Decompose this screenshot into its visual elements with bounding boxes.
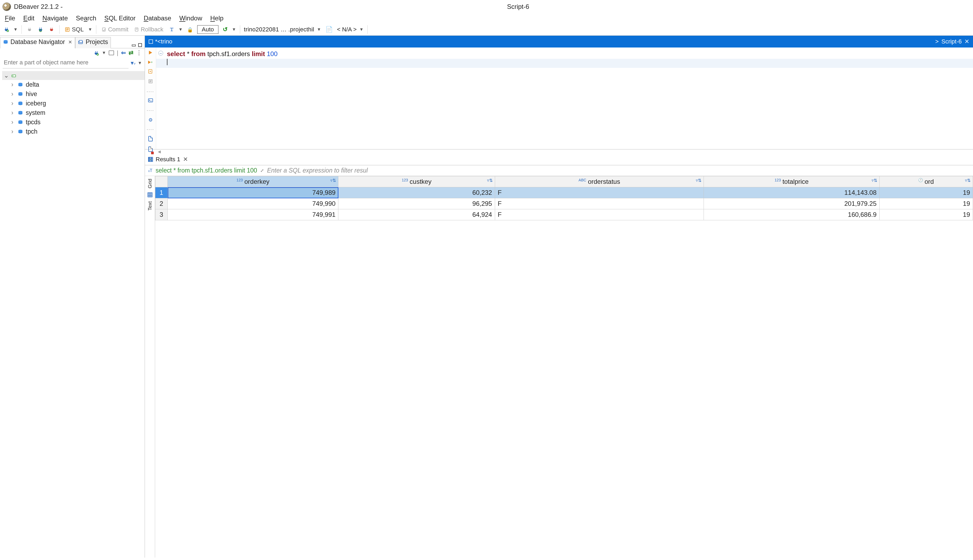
menu-window[interactable]: Window (179, 15, 202, 22)
chevron-right-icon[interactable]: › (11, 128, 15, 135)
nav-box-button[interactable] (109, 50, 114, 55)
tx-history-button[interactable] (221, 25, 229, 33)
menu-sql-editor[interactable]: SQL Editor (104, 15, 136, 22)
view-menu-button[interactable]: ⋮ (136, 49, 142, 57)
tree-item-hive[interactable]: ›hive (10, 89, 145, 99)
cell-ord[interactable]: 19 (879, 209, 973, 220)
reconnect-button[interactable] (36, 26, 45, 33)
editor-settings-button[interactable] (148, 117, 153, 123)
rownum-header[interactable] (155, 176, 168, 187)
cell-ord[interactable]: 19 (879, 198, 973, 209)
results-grid[interactable]: 123orderkey▿⇅123custkey▿⇅ABCorderstatus▿… (155, 176, 973, 558)
menu-database[interactable]: Database (143, 15, 171, 22)
editor-tab-script[interactable]: > Script-6 ✕ (931, 36, 973, 47)
filter-dd[interactable]: ▼ (138, 61, 142, 65)
new-script-button[interactable] (148, 136, 153, 143)
fold-toggle-icon[interactable]: – (158, 51, 163, 55)
tree-item-tpch[interactable]: ›tpch (10, 127, 145, 136)
tree-item-system[interactable]: ›system (10, 108, 145, 118)
cell-ord[interactable]: 19 (879, 187, 973, 198)
table-row[interactable]: 3749,99164,924F160,686.919 (155, 209, 973, 220)
sql-dd[interactable]: ▼ (88, 27, 92, 32)
execute-sql-script-button[interactable] (148, 98, 153, 104)
menu-help[interactable]: Help (210, 15, 223, 22)
navigator-filter-input[interactable] (3, 57, 128, 68)
funnel-icon[interactable]: ▾▿ (131, 60, 135, 67)
tree-item-tpcds[interactable]: ›tpcds (10, 118, 145, 127)
chevron-right-icon[interactable]: › (11, 118, 15, 126)
lock-button[interactable] (185, 25, 195, 33)
chevron-down-icon[interactable]: ⌄ (4, 72, 8, 79)
rownum-cell[interactable]: 1 (155, 187, 168, 198)
rollback-button[interactable]: Rollback (133, 25, 165, 33)
cell-orderkey[interactable]: 749,990 (168, 198, 338, 209)
cell-orderkey[interactable]: 749,989 (168, 187, 338, 198)
new-connection-dd[interactable]: ▼ (13, 27, 18, 32)
chevron-right-icon[interactable]: › (11, 109, 15, 117)
commit-button[interactable]: Commit (100, 25, 130, 33)
autocommit-field[interactable]: Auto (197, 25, 218, 34)
collapse-all-button[interactable]: ⇐ (121, 49, 126, 57)
view-grid-tab[interactable]: Grid (147, 177, 153, 190)
new-connection-small-dd[interactable]: ▼ (102, 50, 106, 55)
schema-icon-button[interactable] (324, 25, 334, 33)
cell-custkey[interactable]: 96,295 (338, 198, 495, 209)
tx-mode-button[interactable] (168, 27, 176, 32)
column-header-orderstatus[interactable]: ABCorderstatus▿⇅ (495, 176, 704, 187)
execute-statement-button[interactable] (149, 50, 152, 56)
cell-orderstatus[interactable]: F (495, 187, 704, 198)
execute-in-new-tab-button[interactable] (148, 69, 153, 75)
column-header-custkey[interactable]: 123custkey▿⇅ (338, 176, 495, 187)
sort-icon[interactable]: ▿⇅ (487, 178, 493, 183)
tree-item-delta[interactable]: ›delta (10, 80, 145, 89)
connect-button[interactable] (25, 27, 33, 32)
menu-file[interactable]: File (5, 15, 15, 22)
rownum-cell[interactable]: 3 (155, 209, 168, 220)
cell-orderkey[interactable]: 749,991 (168, 209, 338, 220)
sql-editor[interactable]: – select * from tpch.sf1.orders limit 10… (156, 47, 973, 149)
active-connection-selector[interactable]: trino2022081 … .projecthil (244, 26, 314, 33)
execute-script-button[interactable]: + (148, 60, 153, 65)
column-header-ord[interactable]: 🕑ord▿⇅ (879, 176, 973, 187)
link-editor-button[interactable]: ⇄ (128, 49, 133, 57)
new-connection-small-button[interactable] (94, 49, 99, 57)
tab-database-navigator[interactable]: Database Navigator ✕ (0, 37, 75, 48)
cell-totalprice[interactable]: 114,143.08 (704, 187, 879, 198)
disconnect-button[interactable] (47, 27, 55, 32)
menu-search[interactable]: Search (76, 15, 96, 22)
script-error-button[interactable] (148, 147, 153, 153)
sort-icon[interactable]: ▿⇅ (696, 178, 701, 183)
sort-icon[interactable]: ▿⇅ (965, 178, 971, 183)
active-connection-dd[interactable]: ▼ (317, 27, 321, 32)
maximize-view-button[interactable] (138, 43, 142, 47)
cell-totalprice[interactable]: 201,979.25 (704, 198, 879, 209)
editor-tab-context[interactable]: *<trino (145, 36, 176, 47)
cell-orderstatus[interactable]: F (495, 209, 704, 220)
tab-projects[interactable]: Projects (75, 37, 111, 48)
close-icon[interactable]: ✕ (68, 39, 72, 45)
table-row[interactable]: 2749,99096,295F201,979.2519 (155, 198, 973, 209)
column-header-orderkey[interactable]: 123orderkey▿⇅ (168, 176, 338, 187)
view-text-tab[interactable]: Text (147, 199, 153, 213)
tx-mode-dd[interactable]: ▼ (178, 27, 183, 32)
chevron-right-icon[interactable]: › (11, 90, 15, 98)
expand-icon[interactable]: ⤢ (260, 168, 264, 173)
cell-custkey[interactable]: 64,924 (338, 209, 495, 220)
results-filter-input[interactable]: Enter a SQL expression to filter resul (267, 167, 368, 174)
sort-icon[interactable]: ▿⇅ (330, 178, 336, 183)
minimize-view-button[interactable]: ▭ (132, 42, 135, 48)
new-connection-button[interactable] (2, 26, 11, 33)
menu-edit[interactable]: Edit (23, 15, 34, 22)
tree-root-connection[interactable]: ⌄ (2, 71, 145, 80)
view-grid-icon-button[interactable] (146, 191, 154, 198)
cell-custkey[interactable]: 60,232 (338, 187, 495, 198)
active-schema-dd[interactable]: ▼ (359, 27, 363, 32)
tx-history-dd[interactable]: ▼ (232, 27, 236, 32)
chevron-right-icon[interactable]: › (11, 81, 15, 88)
close-icon[interactable]: ✕ (965, 38, 969, 45)
chevron-right-icon[interactable]: › (11, 100, 15, 107)
table-row[interactable]: 1749,98960,232F114,143.0819 (155, 187, 973, 198)
open-sql-editor-button[interactable]: SQL (63, 25, 85, 33)
results-tab-label[interactable]: Results 1 (156, 156, 180, 163)
active-schema-selector[interactable]: < N/A > (337, 26, 357, 33)
